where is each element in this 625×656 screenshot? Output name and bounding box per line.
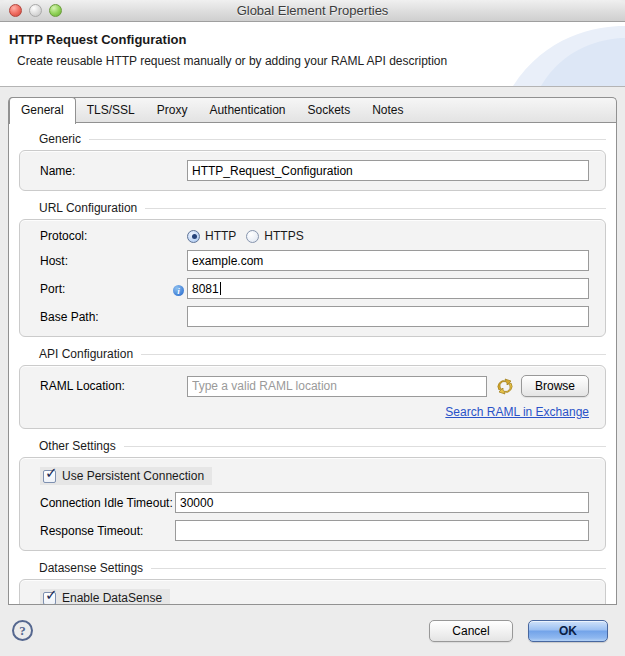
base-path-input[interactable] [187, 306, 589, 327]
response-timeout-label: Response Timeout: [40, 524, 175, 538]
dialog-title: HTTP Request Configuration [0, 22, 625, 47]
checkmark-icon: ✓ [45, 465, 58, 480]
section-rule [145, 208, 606, 209]
idle-timeout-input[interactable] [175, 492, 589, 513]
port-input[interactable] [187, 278, 589, 299]
tab-tls-ssl[interactable]: TLS/SSL [76, 98, 146, 123]
port-row: Port: i [40, 278, 589, 299]
datasense-groupbox: ✓ Enable DataSense [19, 579, 606, 605]
protocol-option-http[interactable]: HTTP [187, 229, 236, 243]
persistent-connection-row: ✓ Use Persistent Connection [40, 467, 589, 485]
section-url-configuration: URL Configuration Protocol: HTTP [19, 200, 606, 337]
radio-http-label: HTTP [205, 229, 236, 243]
radio-https-label: HTTPS [264, 229, 303, 243]
section-rule [151, 568, 606, 569]
help-button[interactable]: ? [12, 620, 33, 641]
dialog-subtitle: Create reusable HTTP request manually or… [0, 47, 625, 68]
info-icon: i [173, 285, 184, 296]
idle-timeout-label: Connection Idle Timeout: [40, 496, 175, 510]
checkmark-icon: ✓ [45, 587, 58, 602]
section-datasense-title: Datasense Settings [19, 560, 606, 576]
section-other-title-text: Other Settings [39, 439, 116, 453]
text-cursor [220, 282, 221, 295]
idle-timeout-row: Connection Idle Timeout: [40, 492, 589, 513]
section-rule [124, 446, 606, 447]
tab-proxy[interactable]: Proxy [146, 98, 199, 123]
enable-datasense-checkbox[interactable]: ✓ [43, 592, 56, 605]
name-input[interactable] [187, 160, 589, 181]
response-timeout-input[interactable] [175, 520, 589, 541]
section-generic: Generic Name: [19, 131, 606, 191]
radio-https-icon[interactable] [246, 230, 259, 243]
section-api-title: API Configuration [19, 346, 606, 362]
section-generic-title-text: Generic [39, 132, 81, 146]
browse-button[interactable]: Browse [521, 375, 589, 397]
other-groupbox: ✓ Use Persistent Connection Connection I… [19, 457, 606, 551]
protocol-row: Protocol: HTTP HTTPS [40, 229, 589, 243]
tab-sockets[interactable]: Sockets [296, 98, 361, 123]
tab-general[interactable]: General [9, 97, 76, 124]
section-url-title-text: URL Configuration [39, 201, 137, 215]
base-path-row: Base Path: [40, 306, 589, 327]
persistent-connection-checkbox-group[interactable]: ✓ Use Persistent Connection [40, 467, 212, 485]
host-input[interactable] [187, 250, 589, 271]
section-other-settings: Other Settings ✓ Use Persistent Connecti… [19, 438, 606, 551]
api-groupbox: RAML Location: Browse S [19, 365, 606, 429]
window-title: Global Element Properties [237, 3, 389, 18]
raml-sync-icon[interactable] [496, 377, 514, 395]
protocol-label: Protocol: [40, 229, 187, 243]
section-api-title-text: API Configuration [39, 347, 133, 361]
url-groupbox: Protocol: HTTP HTTPS [19, 219, 606, 337]
host-label: Host: [40, 254, 187, 268]
dialog-footer: ? Cancel OK [0, 605, 625, 656]
tab-bar: General TLS/SSL Proxy Authentication Soc… [8, 97, 617, 123]
raml-location-input[interactable] [187, 376, 487, 397]
section-generic-title: Generic [19, 131, 606, 147]
raml-location-label: RAML Location: [40, 379, 187, 393]
section-api-configuration: API Configuration RAML Location: [19, 346, 606, 429]
global-element-properties-dialog: Global Element Properties HTTP Request C… [0, 0, 625, 656]
radio-http-icon[interactable] [187, 230, 200, 243]
name-row: Name: [40, 160, 589, 181]
tab-folder: General TLS/SSL Proxy Authentication Soc… [8, 97, 617, 605]
raml-location-row: RAML Location: Browse [40, 375, 589, 397]
search-raml-exchange-link[interactable]: Search RAML in Exchange [445, 405, 589, 419]
enable-datasense-checkbox-group[interactable]: ✓ Enable DataSense [40, 589, 170, 605]
generic-groupbox: Name: [19, 150, 606, 191]
protocol-radio-group: HTTP HTTPS [187, 229, 304, 243]
window-controls [9, 4, 62, 17]
protocol-option-https[interactable]: HTTPS [246, 229, 303, 243]
base-path-label: Base Path: [40, 310, 187, 324]
tab-content-general: Generic Name: URL Configuration [8, 123, 617, 605]
dialog-header: HTTP Request Configuration Create reusab… [0, 22, 625, 87]
name-label: Name: [40, 164, 187, 178]
persistent-connection-checkbox[interactable]: ✓ [43, 470, 56, 483]
exchange-link-row: Search RAML in Exchange [40, 405, 589, 419]
tab-notes[interactable]: Notes [361, 98, 414, 123]
tab-authentication[interactable]: Authentication [198, 98, 296, 123]
close-window-button[interactable] [9, 4, 22, 17]
host-row: Host: [40, 250, 589, 271]
titlebar: Global Element Properties [0, 0, 625, 22]
enable-datasense-row: ✓ Enable DataSense [40, 589, 589, 605]
zoom-window-button[interactable] [49, 4, 62, 17]
section-datasense-title-text: Datasense Settings [39, 561, 143, 575]
port-label: Port: [40, 282, 187, 296]
enable-datasense-label: Enable DataSense [62, 591, 162, 605]
cancel-button[interactable]: Cancel [429, 620, 513, 642]
minimize-window-button[interactable] [29, 4, 42, 17]
response-timeout-row: Response Timeout: [40, 520, 589, 541]
section-rule [89, 139, 606, 140]
section-datasense-settings: Datasense Settings ✓ Enable DataSense [19, 560, 606, 605]
section-url-title: URL Configuration [19, 200, 606, 216]
section-other-title: Other Settings [19, 438, 606, 454]
ok-button[interactable]: OK [528, 620, 608, 642]
persistent-connection-label: Use Persistent Connection [62, 469, 204, 483]
section-rule [141, 354, 606, 355]
spacer [0, 87, 625, 97]
